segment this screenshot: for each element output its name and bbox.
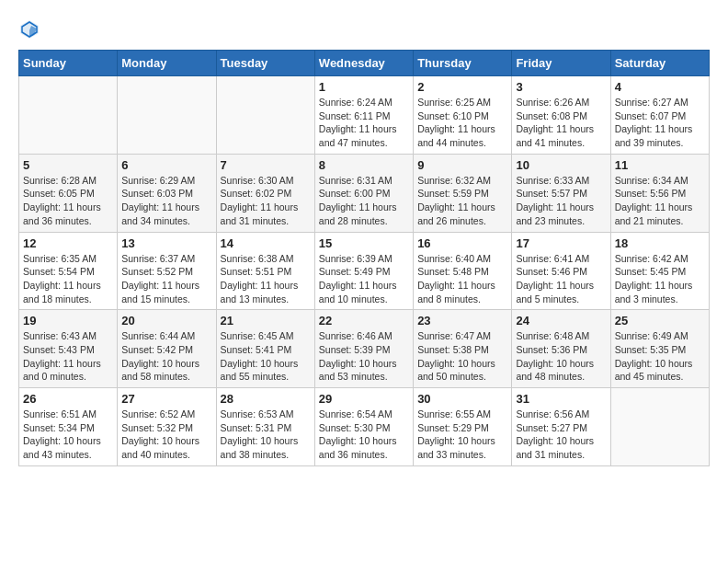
day-info: Sunrise: 6:29 AMSunset: 6:03 PMDaylight:… <box>121 174 211 228</box>
calendar-cell: 22Sunrise: 6:46 AMSunset: 5:39 PMDayligh… <box>314 310 413 388</box>
header-wednesday: Wednesday <box>314 51 413 76</box>
calendar-cell: 15Sunrise: 6:39 AMSunset: 5:49 PMDayligh… <box>314 232 413 310</box>
day-info: Sunrise: 6:30 AMSunset: 6:02 PMDaylight:… <box>221 174 311 228</box>
day-number: 30 <box>417 392 507 406</box>
day-info: Sunrise: 6:49 AMSunset: 5:35 PMDaylight:… <box>615 329 705 384</box>
day-info: Sunrise: 6:53 AMSunset: 5:31 PMDaylight:… <box>221 408 311 462</box>
week-row-1: 1Sunrise: 6:24 AMSunset: 6:11 PMDaylight… <box>19 76 710 155</box>
day-info: Sunrise: 6:27 AMSunset: 6:07 PMDaylight:… <box>615 96 705 150</box>
calendar-cell: 26Sunrise: 6:51 AMSunset: 5:34 PMDayligh… <box>19 388 118 466</box>
logo <box>18 18 44 40</box>
calendar-cell: 30Sunrise: 6:55 AMSunset: 5:29 PMDayligh… <box>414 388 512 466</box>
calendar-cell: 21Sunrise: 6:45 AMSunset: 5:41 PMDayligh… <box>216 310 314 388</box>
calendar-cell: 28Sunrise: 6:53 AMSunset: 5:31 PMDayligh… <box>216 388 314 466</box>
day-number: 7 <box>221 158 311 172</box>
calendar-cell: 19Sunrise: 6:43 AMSunset: 5:43 PMDayligh… <box>19 310 118 388</box>
calendar-cell: 13Sunrise: 6:37 AMSunset: 5:52 PMDayligh… <box>118 232 216 310</box>
day-info: Sunrise: 6:32 AMSunset: 5:59 PMDaylight:… <box>417 174 507 228</box>
calendar-cell: 17Sunrise: 6:41 AMSunset: 5:46 PMDayligh… <box>512 232 610 310</box>
day-info: Sunrise: 6:25 AMSunset: 6:10 PMDaylight:… <box>417 96 507 150</box>
day-info: Sunrise: 6:40 AMSunset: 5:48 PMDaylight:… <box>417 252 507 306</box>
calendar-cell: 5Sunrise: 6:28 AMSunset: 6:05 PMDaylight… <box>19 154 118 232</box>
day-info: Sunrise: 6:47 AMSunset: 5:38 PMDaylight:… <box>417 329 507 384</box>
day-number: 13 <box>121 236 211 250</box>
header-tuesday: Tuesday <box>216 51 314 76</box>
day-number: 25 <box>615 314 705 327</box>
day-number: 18 <box>615 236 705 250</box>
calendar-cell: 24Sunrise: 6:48 AMSunset: 5:36 PMDayligh… <box>512 310 610 388</box>
day-number: 31 <box>516 392 606 406</box>
calendar-cell: 23Sunrise: 6:47 AMSunset: 5:38 PMDayligh… <box>414 310 512 388</box>
day-number: 5 <box>23 158 113 172</box>
day-info: Sunrise: 6:38 AMSunset: 5:51 PMDaylight:… <box>221 252 311 306</box>
day-info: Sunrise: 6:35 AMSunset: 5:54 PMDaylight:… <box>23 252 113 306</box>
calendar-cell: 9Sunrise: 6:32 AMSunset: 5:59 PMDaylight… <box>414 154 512 232</box>
header-thursday: Thursday <box>414 51 512 76</box>
day-number: 15 <box>319 236 409 250</box>
day-number: 4 <box>615 80 705 94</box>
day-info: Sunrise: 6:45 AMSunset: 5:41 PMDaylight:… <box>221 329 311 384</box>
week-row-4: 19Sunrise: 6:43 AMSunset: 5:43 PMDayligh… <box>19 310 710 388</box>
day-number: 22 <box>319 314 409 327</box>
day-number: 28 <box>221 392 311 406</box>
day-info: Sunrise: 6:39 AMSunset: 5:49 PMDaylight:… <box>319 252 409 306</box>
calendar-cell: 12Sunrise: 6:35 AMSunset: 5:54 PMDayligh… <box>19 232 118 310</box>
day-info: Sunrise: 6:48 AMSunset: 5:36 PMDaylight:… <box>516 329 606 384</box>
calendar-cell: 3Sunrise: 6:26 AMSunset: 6:08 PMDaylight… <box>512 76 610 155</box>
day-number: 6 <box>121 158 211 172</box>
calendar-cell: 1Sunrise: 6:24 AMSunset: 6:11 PMDaylight… <box>314 76 413 155</box>
day-number: 26 <box>23 392 113 406</box>
calendar: SundayMondayTuesdayWednesdayThursdayFrid… <box>18 50 710 466</box>
day-info: Sunrise: 6:54 AMSunset: 5:30 PMDaylight:… <box>319 408 409 462</box>
week-row-5: 26Sunrise: 6:51 AMSunset: 5:34 PMDayligh… <box>19 388 710 466</box>
day-info: Sunrise: 6:55 AMSunset: 5:29 PMDaylight:… <box>417 408 507 462</box>
header-friday: Friday <box>512 51 610 76</box>
day-number: 11 <box>615 158 705 172</box>
header-monday: Monday <box>118 51 216 76</box>
day-info: Sunrise: 6:42 AMSunset: 5:45 PMDaylight:… <box>615 252 705 306</box>
day-number: 3 <box>516 80 606 94</box>
day-info: Sunrise: 6:41 AMSunset: 5:46 PMDaylight:… <box>516 252 606 306</box>
day-info: Sunrise: 6:46 AMSunset: 5:39 PMDaylight:… <box>319 329 409 384</box>
header-saturday: Saturday <box>610 51 709 76</box>
calendar-cell: 10Sunrise: 6:33 AMSunset: 5:57 PMDayligh… <box>512 154 610 232</box>
calendar-cell: 7Sunrise: 6:30 AMSunset: 6:02 PMDaylight… <box>216 154 314 232</box>
day-number: 21 <box>221 314 311 327</box>
day-number: 16 <box>417 236 507 250</box>
day-info: Sunrise: 6:52 AMSunset: 5:32 PMDaylight:… <box>121 408 211 462</box>
day-number: 29 <box>319 392 409 406</box>
calendar-cell <box>19 76 118 155</box>
day-info: Sunrise: 6:51 AMSunset: 5:34 PMDaylight:… <box>23 408 113 462</box>
day-number: 23 <box>417 314 507 327</box>
calendar-cell <box>610 388 709 466</box>
calendar-cell: 20Sunrise: 6:44 AMSunset: 5:42 PMDayligh… <box>118 310 216 388</box>
day-info: Sunrise: 6:24 AMSunset: 6:11 PMDaylight:… <box>319 96 409 150</box>
day-number: 1 <box>319 80 409 94</box>
day-number: 10 <box>516 158 606 172</box>
page-header <box>18 18 710 40</box>
calendar-cell: 2Sunrise: 6:25 AMSunset: 6:10 PMDaylight… <box>414 76 512 155</box>
day-number: 8 <box>319 158 409 172</box>
day-info: Sunrise: 6:34 AMSunset: 5:56 PMDaylight:… <box>615 174 705 228</box>
calendar-cell: 16Sunrise: 6:40 AMSunset: 5:48 PMDayligh… <box>414 232 512 310</box>
day-number: 2 <box>417 80 507 94</box>
week-row-2: 5Sunrise: 6:28 AMSunset: 6:05 PMDaylight… <box>19 154 710 232</box>
calendar-cell: 11Sunrise: 6:34 AMSunset: 5:56 PMDayligh… <box>610 154 709 232</box>
day-number: 24 <box>516 314 606 327</box>
day-info: Sunrise: 6:44 AMSunset: 5:42 PMDaylight:… <box>121 329 211 384</box>
calendar-cell: 6Sunrise: 6:29 AMSunset: 6:03 PMDaylight… <box>118 154 216 232</box>
header-sunday: Sunday <box>19 51 118 76</box>
day-info: Sunrise: 6:28 AMSunset: 6:05 PMDaylight:… <box>23 174 113 228</box>
calendar-cell: 14Sunrise: 6:38 AMSunset: 5:51 PMDayligh… <box>216 232 314 310</box>
calendar-cell <box>216 76 314 155</box>
day-number: 12 <box>23 236 113 250</box>
day-number: 27 <box>121 392 211 406</box>
day-number: 17 <box>516 236 606 250</box>
calendar-cell: 25Sunrise: 6:49 AMSunset: 5:35 PMDayligh… <box>610 310 709 388</box>
calendar-cell: 8Sunrise: 6:31 AMSunset: 6:00 PMDaylight… <box>314 154 413 232</box>
day-info: Sunrise: 6:37 AMSunset: 5:52 PMDaylight:… <box>121 252 211 306</box>
day-info: Sunrise: 6:26 AMSunset: 6:08 PMDaylight:… <box>516 96 606 150</box>
week-row-3: 12Sunrise: 6:35 AMSunset: 5:54 PMDayligh… <box>19 232 710 310</box>
calendar-cell: 4Sunrise: 6:27 AMSunset: 6:07 PMDaylight… <box>610 76 709 155</box>
day-number: 20 <box>121 314 211 327</box>
